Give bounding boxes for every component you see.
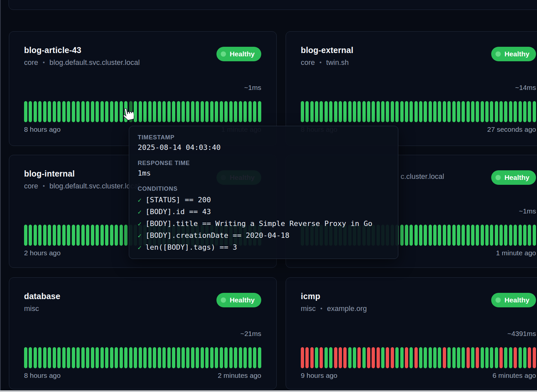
- uptime-bar-success[interactable]: [120, 225, 123, 246]
- uptime-bar-success[interactable]: [315, 347, 318, 368]
- uptime-bar-success[interactable]: [490, 101, 493, 122]
- uptime-bar-success[interactable]: [400, 225, 404, 246]
- uptime-bar-success[interactable]: [24, 347, 27, 368]
- uptime-bar-success[interactable]: [196, 347, 199, 368]
- uptime-bar-success[interactable]: [248, 101, 252, 122]
- uptime-bar-success[interactable]: [48, 225, 51, 246]
- uptime-bar-success[interactable]: [115, 347, 118, 368]
- uptime-bar-failure[interactable]: [339, 347, 342, 368]
- uptime-bar-success[interactable]: [143, 101, 147, 122]
- uptime-bar-success[interactable]: [301, 101, 304, 122]
- uptime-bar-success[interactable]: [201, 347, 204, 368]
- uptime-bar-success[interactable]: [253, 347, 256, 368]
- uptime-bar-success[interactable]: [158, 101, 161, 122]
- uptime-bar-success[interactable]: [43, 225, 46, 246]
- uptime-bar-success[interactable]: [310, 101, 314, 122]
- uptime-bar-success[interactable]: [229, 101, 233, 122]
- uptime-bar-success[interactable]: [201, 101, 204, 122]
- uptime-bar-success[interactable]: [162, 347, 166, 368]
- uptime-bar-success[interactable]: [343, 101, 347, 122]
- uptime-bar-success[interactable]: [53, 101, 56, 122]
- uptime-bar-success[interactable]: [329, 101, 332, 122]
- uptime-bar-failure[interactable]: [466, 347, 470, 368]
- uptime-bar-success[interactable]: [353, 347, 356, 368]
- uptime-bar-success[interactable]: [43, 101, 46, 122]
- uptime-bar-success[interactable]: [485, 101, 489, 122]
- service-card-icmp[interactable]: icmpmisc•example.orgHealthy~4391ms9 hour…: [286, 277, 537, 389]
- uptime-bar-success[interactable]: [471, 347, 474, 368]
- uptime-bar-success[interactable]: [76, 225, 80, 246]
- uptime-bar-success[interactable]: [57, 225, 61, 246]
- uptime-bar-success[interactable]: [253, 101, 256, 122]
- uptime-bar-success[interactable]: [504, 347, 507, 368]
- uptime-bar-success[interactable]: [86, 347, 89, 368]
- uptime-bar-success[interactable]: [528, 225, 531, 246]
- uptime-bar-success[interactable]: [29, 347, 32, 368]
- uptime-bar-success[interactable]: [447, 225, 451, 246]
- uptime-bar-success[interactable]: [391, 101, 394, 122]
- uptime-bar-success[interactable]: [110, 101, 113, 122]
- uptime-bar-success[interactable]: [167, 101, 171, 122]
- uptime-bar-success[interactable]: [533, 225, 536, 246]
- uptime-bar-success[interactable]: [414, 101, 418, 122]
- uptime-bar-success[interactable]: [96, 347, 99, 368]
- uptime-bar-success[interactable]: [405, 101, 408, 122]
- uptime-bar-failure[interactable]: [343, 347, 347, 368]
- uptime-bar-success[interactable]: [499, 101, 503, 122]
- uptime-bar-success[interactable]: [424, 347, 427, 368]
- service-card-database[interactable]: databasemiscHealthy~21ms8 hours ago2 min…: [9, 277, 277, 389]
- uptime-bar-success[interactable]: [514, 101, 517, 122]
- uptime-bar-success[interactable]: [452, 101, 456, 122]
- uptime-bar-success[interactable]: [429, 347, 432, 368]
- uptime-bars[interactable]: [301, 347, 536, 368]
- uptime-bar-success[interactable]: [320, 101, 323, 122]
- uptime-bar-success[interactable]: [243, 347, 247, 368]
- uptime-bar-success[interactable]: [443, 101, 446, 122]
- uptime-bar-success[interactable]: [329, 347, 332, 368]
- uptime-bar-success[interactable]: [191, 101, 194, 122]
- uptime-bar-success[interactable]: [134, 347, 137, 368]
- uptime-bar-success[interactable]: [148, 101, 152, 122]
- uptime-bar-success[interactable]: [167, 347, 171, 368]
- uptime-bar-success[interactable]: [495, 347, 498, 368]
- uptime-bar-success[interactable]: [229, 347, 233, 368]
- uptime-bar-success[interactable]: [62, 225, 66, 246]
- uptime-bar-success[interactable]: [124, 225, 127, 246]
- uptime-bar-success[interactable]: [34, 347, 37, 368]
- uptime-bar-success[interactable]: [239, 101, 242, 122]
- uptime-bar-success[interactable]: [485, 225, 489, 246]
- uptime-bar-success[interactable]: [62, 101, 66, 122]
- uptime-bar-success[interactable]: [405, 225, 408, 246]
- uptime-bar-failure[interactable]: [443, 347, 446, 368]
- uptime-bar-success[interactable]: [38, 225, 42, 246]
- uptime-bar-success[interactable]: [438, 101, 441, 122]
- uptime-bar-success[interactable]: [67, 101, 70, 122]
- uptime-bar-success[interactable]: [210, 347, 213, 368]
- uptime-bar-success[interactable]: [481, 225, 484, 246]
- uptime-bar-success[interactable]: [348, 101, 352, 122]
- uptime-bar-success[interactable]: [43, 347, 46, 368]
- uptime-bar-failure[interactable]: [499, 347, 503, 368]
- uptime-bars[interactable]: [301, 101, 536, 122]
- uptime-bar-success[interactable]: [353, 101, 356, 122]
- uptime-bar-success[interactable]: [105, 347, 108, 368]
- uptime-bar-success[interactable]: [438, 347, 441, 368]
- uptime-bar-success[interactable]: [100, 225, 104, 246]
- uptime-bar-success[interactable]: [210, 101, 213, 122]
- uptime-bar-success[interactable]: [205, 101, 209, 122]
- uptime-bar-success[interactable]: [519, 101, 522, 122]
- uptime-bar-success[interactable]: [115, 101, 118, 122]
- uptime-bar-failure[interactable]: [476, 347, 479, 368]
- uptime-bar-success[interactable]: [129, 347, 132, 368]
- uptime-bar-success[interactable]: [466, 101, 470, 122]
- uptime-bar-failure[interactable]: [357, 347, 361, 368]
- uptime-bar-success[interactable]: [457, 347, 460, 368]
- uptime-bar-success[interactable]: [158, 347, 161, 368]
- uptime-bar-failure[interactable]: [405, 347, 408, 368]
- uptime-bar-success[interactable]: [476, 225, 479, 246]
- uptime-bar-failure[interactable]: [305, 347, 309, 368]
- uptime-bar-success[interactable]: [452, 347, 456, 368]
- uptime-bar-success[interactable]: [110, 225, 113, 246]
- uptime-bar-failure[interactable]: [528, 347, 531, 368]
- uptime-bar-success[interactable]: [471, 101, 474, 122]
